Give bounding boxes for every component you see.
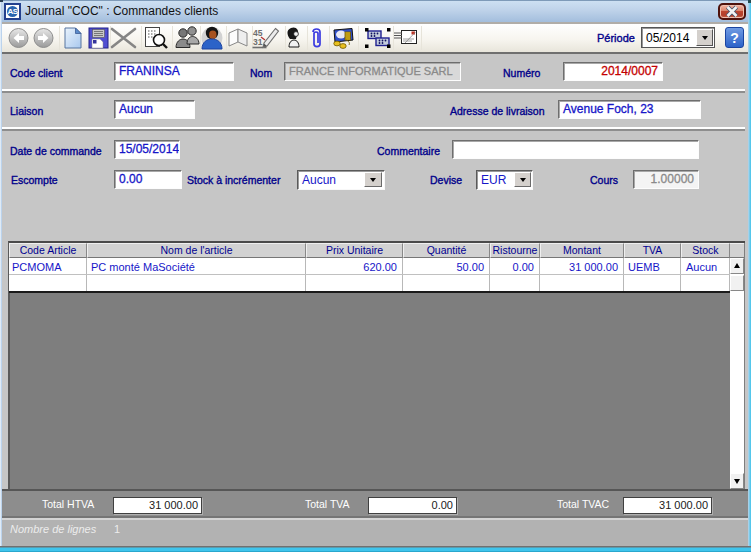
svg-text:31: 31 [253,37,263,47]
